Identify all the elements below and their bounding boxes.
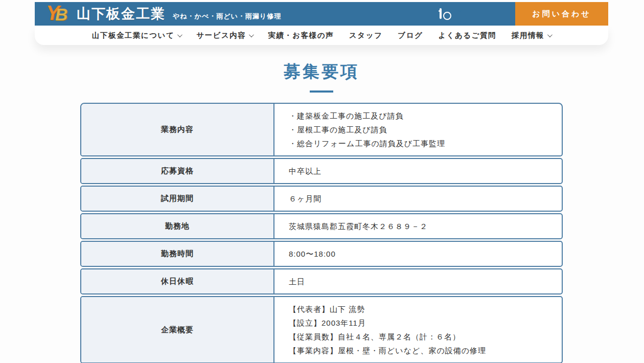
table-row-trial-period: 試用期間 ６ヶ月間 [80, 186, 563, 212]
nav-item-label: スタッフ [349, 31, 382, 40]
recruitment-table: 業務内容 ・建築板金工事の施工及び請負 ・屋根工事の施工及び請負 ・総合リフォー… [80, 103, 563, 363]
value-line: ６ヶ月間 [289, 192, 554, 206]
nav-item-label: 採用情報 [512, 31, 544, 40]
row-label: 試用期間 [81, 187, 274, 211]
instagram-icon [440, 8, 442, 19]
value-line: 茨城県猿島郡五霞町冬木２６８９－２ [289, 219, 554, 233]
nav-item-results[interactable]: 実績・お客様の声 [268, 31, 334, 40]
nav-item-blog[interactable]: ブログ [398, 31, 423, 40]
row-value: 茨城県猿島郡五霞町冬木２６８９－２ [274, 214, 562, 238]
table-row-job-description: 業務内容 ・建築板金工事の施工及び請負 ・屋根工事の施工及び請負 ・総合リフォー… [80, 103, 563, 156]
nav-item-label: 実績・お客様の声 [268, 31, 334, 40]
row-label: 休日休暇 [81, 269, 274, 293]
chevron-down-icon [547, 32, 553, 37]
company-logo-icon: Y B [46, 4, 73, 24]
row-value: 8:00〜18:00 [274, 242, 562, 266]
value-line: ・総合リフォーム工事の請負及び工事監理 [289, 137, 554, 150]
row-label: 応募資格 [81, 159, 274, 183]
value-line: 【設立】2003年11月 [289, 316, 554, 330]
table-row-work-hours: 勤務時間 8:00〜18:00 [80, 241, 563, 267]
table-row-qualification: 応募資格 中卒以上 [80, 158, 563, 184]
table-row-holidays: 休日休暇 土日 [80, 268, 563, 294]
value-line: 【代表者】山下 流勢 [289, 302, 554, 316]
nav-item-recruit[interactable]: 採用情報 [512, 31, 551, 40]
site-wrapper: Y B 山下板金工業 やね・かべ・雨どい・雨漏り修理 お問い合わせ 山下板金工業… [35, 2, 608, 363]
social-links [440, 9, 455, 18]
logo-letter-b: B [55, 5, 68, 25]
nav-item-faq[interactable]: よくあるご質問 [438, 31, 496, 40]
nav-item-label: ブログ [398, 31, 423, 40]
row-label: 業務内容 [81, 104, 274, 155]
value-line: ・建築板金工事の施工及び請負 [289, 109, 554, 123]
value-line: 【事業内容】屋根・壁・雨どいなど、家の設備の修理 [289, 344, 554, 357]
header-bar: Y B 山下板金工業 やね・かべ・雨どい・雨漏り修理 お問い合わせ [35, 2, 608, 26]
row-label: 勤務時間 [81, 242, 274, 266]
value-line: 【従業員数】自社４名、専属２名（計：６名） [289, 330, 554, 344]
nav-item-services[interactable]: サービス内容 [196, 31, 252, 40]
main-navigation: 山下板金工業について サービス内容 実績・お客様の声 スタッフ ブログ よくある… [35, 26, 608, 45]
row-value: ６ヶ月間 [274, 187, 562, 211]
value-line: 土日 [289, 275, 554, 288]
table-row-company-profile: 企業概要 【代表者】山下 流勢 【設立】2003年11月 【従業員数】自社４名、… [80, 296, 563, 363]
contact-button[interactable]: お問い合わせ [515, 2, 608, 26]
row-value: 中卒以上 [274, 159, 562, 183]
table-row-work-location: 勤務地 茨城県猿島郡五霞町冬木２６８９－２ [80, 213, 563, 239]
chevron-down-icon [177, 32, 182, 37]
page-title: 募集要項 [35, 60, 608, 83]
value-line: ・屋根工事の施工及び請負 [289, 123, 554, 137]
value-line: 8:00〜18:00 [289, 247, 554, 261]
row-label: 企業概要 [81, 297, 274, 362]
nav-item-staff[interactable]: スタッフ [349, 31, 382, 40]
row-label: 勤務地 [81, 214, 274, 238]
brand-logo-link[interactable]: Y B 山下板金工業 やね・かべ・雨どい・雨漏り修理 [35, 4, 281, 24]
company-name: 山下板金工業 [77, 5, 166, 23]
value-line: 中卒以上 [289, 164, 554, 178]
instagram-link[interactable] [440, 9, 442, 18]
row-value: ・建築板金工事の施工及び請負 ・屋根工事の施工及び請負 ・総合リフォーム工事の請… [274, 104, 562, 155]
nav-item-label: 山下板金工業について [92, 31, 174, 40]
chevron-down-icon [249, 32, 254, 37]
row-value: 【代表者】山下 流勢 【設立】2003年11月 【従業員数】自社４名、専属２名（… [274, 297, 562, 362]
main-content: 募集要項 業務内容 ・建築板金工事の施工及び請負 ・屋根工事の施工及び請負 ・総… [35, 60, 608, 363]
nav-item-label: よくあるご質問 [438, 31, 496, 40]
row-value: 土日 [274, 269, 562, 293]
nav-item-about[interactable]: 山下板金工業について [92, 31, 181, 40]
nav-item-label: サービス内容 [196, 31, 246, 40]
title-underline [310, 90, 333, 93]
company-tagline: やね・かべ・雨どい・雨漏り修理 [173, 12, 281, 21]
